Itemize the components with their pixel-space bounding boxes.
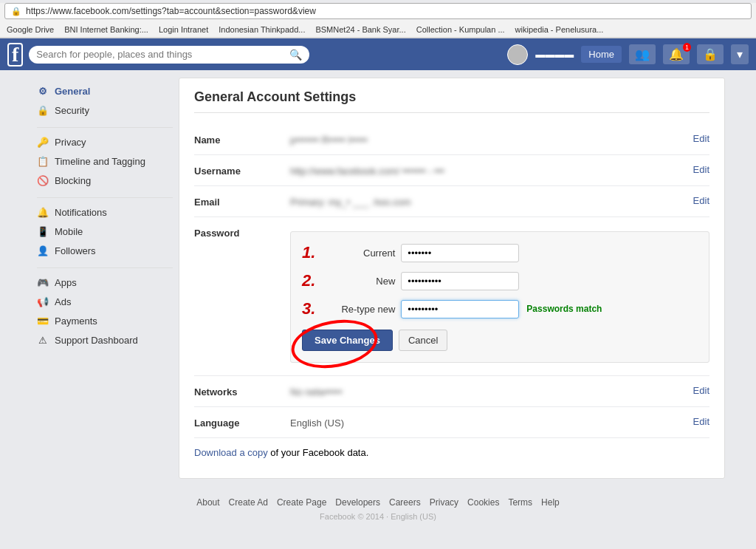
mobile-icon: 📱	[37, 225, 49, 237]
sidebar-divider	[37, 127, 173, 128]
name-edit-button[interactable]: Edit	[693, 133, 709, 144]
password-step-2: 2. New	[302, 271, 698, 290]
content-area: General Account Settings Name p••••••• R…	[179, 78, 725, 479]
email-edit-button[interactable]: Edit	[693, 195, 709, 206]
footer-careers[interactable]: Careers	[389, 497, 421, 508]
sidebar-section-privacy: 🔑 Privacy 📋 Timeline and Tagging 🚫 Block…	[31, 132, 179, 190]
footer-help[interactable]: Help	[541, 497, 560, 508]
page-footer: About Create Ad Create Page Developers C…	[0, 486, 756, 532]
download-copy-link[interactable]: Download a copy	[194, 447, 268, 458]
sidebar-section-notifications: 🔔 Notifications 📱 Mobile 👤 Followers	[31, 202, 179, 260]
step-2-label: New	[321, 276, 395, 287]
sidebar-item-payments[interactable]: 💳 Payments	[31, 311, 179, 330]
bookmark-intranet[interactable]: Login Intranet	[157, 24, 210, 35]
fb-logo-icon[interactable]: f	[7, 43, 23, 67]
gear-icon: ⚙	[37, 85, 49, 97]
notifications-icon-button[interactable]: 🔔 1	[663, 44, 690, 64]
footer-developers[interactable]: Developers	[335, 497, 380, 508]
fb-header: f 🔍 ▬▬▬▬ Home 👥 🔔 1 🔒 ▾	[0, 38, 756, 70]
browser-chrome: 🔒 https://www.facebook.com/settings?tab=…	[0, 3, 756, 38]
sidebar-item-blocking[interactable]: 🚫 Blocking	[31, 171, 179, 190]
username-value: http://www.facebook.com/ ••••••• - •••	[290, 164, 686, 177]
bookmark-bsmnet[interactable]: BSMNet24 - Bank Syar...	[313, 24, 408, 35]
language-value: English (US)	[290, 416, 686, 429]
sidebar-item-support-dashboard[interactable]: ⚠ Support Dashboard	[31, 330, 179, 349]
url-display: https://www.facebook.com/settings?tab=ac…	[26, 6, 316, 16]
search-icon: 🔍	[289, 49, 302, 61]
sidebar-section-account: ⚙ General 🔒 Security	[31, 81, 179, 120]
language-label: Language	[194, 416, 290, 429]
bookmark-wikipedia[interactable]: wikipedia - Penelusura...	[513, 24, 606, 35]
download-section: Download a copy of your Facebook data.	[194, 438, 709, 467]
footer-create-ad[interactable]: Create Ad	[229, 497, 268, 508]
avatar	[507, 44, 528, 65]
url-path: settings?tab=account&section=password&vi…	[131, 6, 316, 16]
step-1-number: 1.	[302, 243, 315, 262]
page-title: General Account Settings	[194, 89, 709, 113]
bookmark-bni[interactable]: BNI Internet Banking:...	[62, 24, 151, 35]
dropdown-arrow-button[interactable]: ▾	[731, 44, 749, 64]
friends-icon-button[interactable]: 👥	[629, 44, 656, 64]
step-2-number: 2.	[302, 271, 315, 290]
sidebar-item-label: Privacy	[55, 137, 86, 148]
payments-icon: 💳	[37, 315, 49, 327]
sidebar-item-general[interactable]: ⚙ General	[31, 81, 179, 100]
bookmark-collection[interactable]: Collection - Kumpulan ...	[414, 24, 507, 35]
password-form: 1. Current 2. New 3. Re-type new	[290, 231, 709, 363]
cancel-button[interactable]: Cancel	[399, 330, 447, 351]
sidebar-item-followers[interactable]: 👤 Followers	[31, 241, 179, 260]
bookmark-thinkpad[interactable]: Indonesian Thinkpadd...	[216, 24, 307, 35]
footer-about[interactable]: About	[196, 497, 219, 508]
notification-badge: 1	[683, 43, 691, 52]
sidebar: ⚙ General 🔒 Security 🔑 Privacy 📋 Timelin…	[31, 78, 179, 479]
networks-edit-button[interactable]: Edit	[693, 385, 709, 396]
footer-copyright: Facebook © 2014 · English (US)	[11, 512, 745, 521]
step-3-label: Re-type new	[321, 304, 395, 315]
footer-create-page[interactable]: Create Page	[277, 497, 326, 508]
name-label: Name	[194, 133, 290, 146]
sidebar-item-ads[interactable]: 📢 Ads	[31, 292, 179, 311]
sidebar-item-notifications[interactable]: 🔔 Notifications	[31, 202, 179, 222]
address-bar: 🔒 https://www.facebook.com/settings?tab=…	[4, 3, 752, 19]
password-row: Password 1. Current 2. New	[194, 217, 709, 376]
search-bar[interactable]: 🔍	[29, 46, 309, 64]
sidebar-divider-3	[37, 267, 173, 268]
current-password-input[interactable]	[401, 244, 519, 262]
footer-terms[interactable]: Terms	[508, 497, 532, 508]
sidebar-divider-2	[37, 197, 173, 198]
sidebar-item-label: Apps	[55, 277, 77, 288]
sidebar-item-label: Followers	[55, 245, 96, 256]
new-password-input[interactable]	[401, 272, 519, 290]
timeline-icon: 📋	[37, 155, 49, 167]
footer-cookies[interactable]: Cookies	[467, 497, 499, 508]
sidebar-section-apps: 🎮 Apps 📢 Ads 💳 Payments ⚠ Support Dashbo…	[31, 273, 179, 349]
sidebar-item-label: Payments	[55, 316, 97, 327]
lock-settings-icon-button[interactable]: 🔒	[697, 44, 724, 64]
email-row: Email Primary: my_• ___ .hoo.com Edit	[194, 186, 709, 217]
footer-privacy[interactable]: Privacy	[430, 497, 458, 508]
sidebar-item-label: Security	[55, 105, 89, 116]
sidebar-item-privacy[interactable]: 🔑 Privacy	[31, 132, 179, 151]
password-label: Password	[194, 226, 290, 239]
sidebar-item-security[interactable]: 🔒 Security	[31, 100, 179, 120]
sidebar-item-apps[interactable]: 🎮 Apps	[31, 273, 179, 292]
language-edit-button[interactable]: Edit	[693, 416, 709, 427]
sidebar-item-label: Blocking	[55, 175, 91, 186]
sidebar-item-label: General	[55, 86, 90, 97]
footer-links: About Create Ad Create Page Developers C…	[11, 497, 745, 508]
sidebar-item-mobile[interactable]: 📱 Mobile	[31, 222, 179, 241]
save-changes-button[interactable]: Save Changes	[302, 330, 393, 351]
sidebar-item-timeline[interactable]: 📋 Timeline and Tagging	[31, 151, 179, 171]
home-button[interactable]: Home	[581, 46, 622, 63]
password-step-1: 1. Current	[302, 243, 698, 262]
networks-row: Networks No netw••••• Edit	[194, 376, 709, 407]
username-edit-button[interactable]: Edit	[693, 164, 709, 175]
bookmark-google-drive[interactable]: Google Drive	[4, 24, 56, 35]
password-section: 1. Current 2. New 3. Re-type new	[290, 226, 709, 366]
retype-password-input[interactable]	[401, 300, 519, 318]
search-input[interactable]	[36, 49, 285, 60]
step-3-number: 3.	[302, 299, 315, 318]
networks-value: No netw•••••	[290, 385, 686, 398]
header-user-name: ▬▬▬▬	[535, 49, 574, 60]
support-icon: ⚠	[37, 334, 49, 346]
